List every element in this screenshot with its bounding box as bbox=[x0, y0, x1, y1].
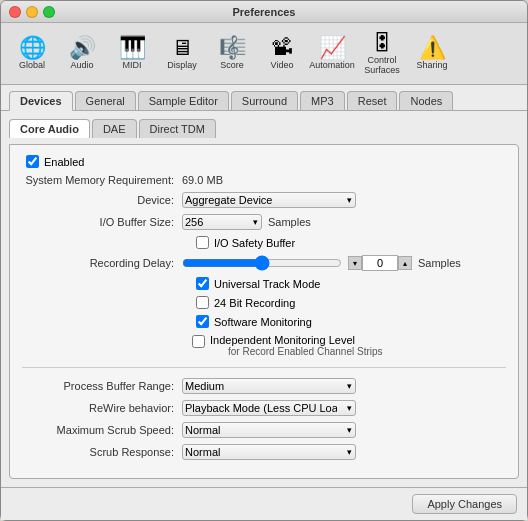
toolbar-midi-label: MIDI bbox=[123, 60, 142, 70]
ind-mon-row: Independent Monitoring Level for Record … bbox=[192, 334, 506, 357]
minimize-button[interactable] bbox=[26, 6, 38, 18]
tab-direct-tdm[interactable]: Direct TDM bbox=[139, 119, 216, 138]
software-mon-label: Software Monitoring bbox=[214, 316, 312, 328]
apply-changes-button[interactable]: Apply Changes bbox=[412, 494, 517, 514]
toolbar-display[interactable]: 🖥 Display bbox=[159, 34, 205, 73]
enabled-row: Enabled bbox=[22, 155, 506, 168]
bit24-checkbox[interactable] bbox=[196, 296, 209, 309]
sharing-icon: ⚠️ bbox=[419, 37, 446, 59]
global-icon: 🌐 bbox=[19, 37, 46, 59]
video-icon: 📽 bbox=[271, 37, 293, 59]
process-buffer-row: Process Buffer Range: Medium Small Large bbox=[22, 378, 506, 394]
separator bbox=[22, 367, 506, 368]
audio-icon: 🔊 bbox=[69, 37, 96, 59]
tab-mp3[interactable]: MP3 bbox=[300, 91, 345, 110]
process-buffer-select[interactable]: Medium Small Large bbox=[182, 378, 356, 394]
rec-delay-unit: Samples bbox=[418, 257, 461, 269]
bit24-label: 24 Bit Recording bbox=[214, 297, 295, 309]
toolbar-automation-label: Automation bbox=[309, 60, 355, 70]
toolbar-global-label: Global bbox=[19, 60, 45, 70]
device-select-wrap: Aggregate Device Built-in Audio External… bbox=[182, 192, 356, 208]
rewire-label: ReWire behavior: bbox=[22, 402, 182, 414]
ind-mon-label: Independent Monitoring Level bbox=[210, 334, 383, 346]
maximize-button[interactable] bbox=[43, 6, 55, 18]
rewire-select[interactable]: Playback Mode (Less CPU Load) Live Mode … bbox=[182, 400, 356, 416]
toolbar-sharing[interactable]: ⚠️ Sharing bbox=[409, 34, 455, 73]
preferences-window: Preferences 🌐 Global 🔊 Audio 🎹 MIDI 🖥 Di… bbox=[0, 0, 528, 521]
io-buffer-label: I/O Buffer Size: bbox=[22, 216, 182, 228]
tab-nodes[interactable]: Nodes bbox=[399, 91, 453, 110]
ind-mon-checkbox[interactable] bbox=[192, 335, 205, 348]
inner-tab-bar: Core Audio DAE Direct TDM bbox=[9, 119, 519, 138]
sys-mem-row: System Memory Requirement: 69.0 MB bbox=[22, 174, 506, 186]
toolbar-audio-label: Audio bbox=[70, 60, 93, 70]
toolbar-display-label: Display bbox=[167, 60, 197, 70]
bit24-row: 24 Bit Recording bbox=[192, 296, 506, 309]
universal-track-checkbox[interactable] bbox=[196, 277, 209, 290]
scrub-response-label: Scrub Response: bbox=[22, 446, 182, 458]
io-buffer-row: I/O Buffer Size: 256 128 512 1024 Sample… bbox=[22, 214, 506, 230]
rec-delay-slider[interactable] bbox=[182, 256, 342, 270]
core-audio-panel: Enabled System Memory Requirement: 69.0 … bbox=[9, 144, 519, 479]
io-buffer-unit: Samples bbox=[268, 216, 311, 228]
toolbar: 🌐 Global 🔊 Audio 🎹 MIDI 🖥 Display 🎼 Scor… bbox=[1, 23, 527, 85]
control-surfaces-icon: 🎛 bbox=[371, 32, 393, 54]
tab-dae[interactable]: DAE bbox=[92, 119, 137, 138]
toolbar-automation[interactable]: 📈 Automation bbox=[309, 34, 355, 73]
display-icon: 🖥 bbox=[171, 37, 193, 59]
universal-track-row: Universal Track Mode bbox=[192, 277, 506, 290]
toolbar-video[interactable]: 📽 Video bbox=[259, 34, 305, 73]
device-select[interactable]: Aggregate Device Built-in Audio External… bbox=[182, 192, 356, 208]
close-button[interactable] bbox=[9, 6, 21, 18]
tab-sample-editor[interactable]: Sample Editor bbox=[138, 91, 229, 110]
toolbar-global[interactable]: 🌐 Global bbox=[9, 34, 55, 73]
device-label: Device: bbox=[22, 194, 182, 206]
toolbar-score[interactable]: 🎼 Score bbox=[209, 34, 255, 73]
window-title: Preferences bbox=[233, 6, 296, 18]
window-controls bbox=[9, 6, 55, 18]
toolbar-audio[interactable]: 🔊 Audio bbox=[59, 34, 105, 73]
scrub-response-select[interactable]: Normal Slow Fast bbox=[182, 444, 356, 460]
score-icon: 🎼 bbox=[219, 37, 246, 59]
toolbar-sharing-label: Sharing bbox=[416, 60, 447, 70]
io-buffer-select[interactable]: 256 128 512 1024 bbox=[182, 214, 262, 230]
software-mon-row: Software Monitoring bbox=[192, 315, 506, 328]
rec-delay-field[interactable] bbox=[362, 255, 398, 271]
rec-delay-label: Recording Delay: bbox=[22, 257, 182, 269]
sys-mem-label: System Memory Requirement: bbox=[22, 174, 182, 186]
sys-mem-value: 69.0 MB bbox=[182, 174, 223, 186]
ind-mon-text-block: Independent Monitoring Level for Record … bbox=[210, 334, 383, 357]
tab-reset[interactable]: Reset bbox=[347, 91, 398, 110]
toolbar-midi[interactable]: 🎹 MIDI bbox=[109, 34, 155, 73]
tab-surround[interactable]: Surround bbox=[231, 91, 298, 110]
toolbar-video-label: Video bbox=[271, 60, 294, 70]
automation-icon: 📈 bbox=[319, 37, 346, 59]
content-area: Core Audio DAE Direct TDM Enabled System… bbox=[1, 111, 527, 487]
io-buffer-select-wrap: 256 128 512 1024 bbox=[182, 214, 262, 230]
rec-delay-input-wrap: ▾ ▴ bbox=[348, 255, 412, 271]
enabled-checkbox[interactable] bbox=[26, 155, 39, 168]
io-safety-row: I/O Safety Buffer bbox=[192, 236, 506, 249]
tab-core-audio[interactable]: Core Audio bbox=[9, 119, 90, 138]
scrub-speed-select-wrap: Normal Half Quarter bbox=[182, 422, 356, 438]
outer-tab-bar: Devices General Sample Editor Surround M… bbox=[1, 85, 527, 111]
ind-mon-note: for Record Enabled Channel Strips bbox=[228, 346, 383, 357]
io-safety-label: I/O Safety Buffer bbox=[214, 237, 295, 249]
process-buffer-label: Process Buffer Range: bbox=[22, 380, 182, 392]
scrub-speed-select[interactable]: Normal Half Quarter bbox=[182, 422, 356, 438]
tab-devices[interactable]: Devices bbox=[9, 91, 73, 111]
toolbar-control-surfaces[interactable]: 🎛 Control Surfaces bbox=[359, 29, 405, 78]
rewire-select-wrap: Playback Mode (Less CPU Load) Live Mode … bbox=[182, 400, 356, 416]
rec-delay-row: Recording Delay: ▾ ▴ Samples bbox=[22, 255, 506, 271]
io-safety-checkbox[interactable] bbox=[196, 236, 209, 249]
scrub-speed-row: Maximum Scrub Speed: Normal Half Quarter bbox=[22, 422, 506, 438]
bottom-bar: Apply Changes bbox=[1, 487, 527, 520]
toolbar-score-label: Score bbox=[220, 60, 244, 70]
device-row: Device: Aggregate Device Built-in Audio … bbox=[22, 192, 506, 208]
tab-general[interactable]: General bbox=[75, 91, 136, 110]
scrub-response-select-wrap: Normal Slow Fast bbox=[182, 444, 356, 460]
software-mon-checkbox[interactable] bbox=[196, 315, 209, 328]
rec-delay-up-button[interactable]: ▴ bbox=[398, 256, 412, 270]
rec-delay-down-button[interactable]: ▾ bbox=[348, 256, 362, 270]
scrub-speed-label: Maximum Scrub Speed: bbox=[22, 424, 182, 436]
